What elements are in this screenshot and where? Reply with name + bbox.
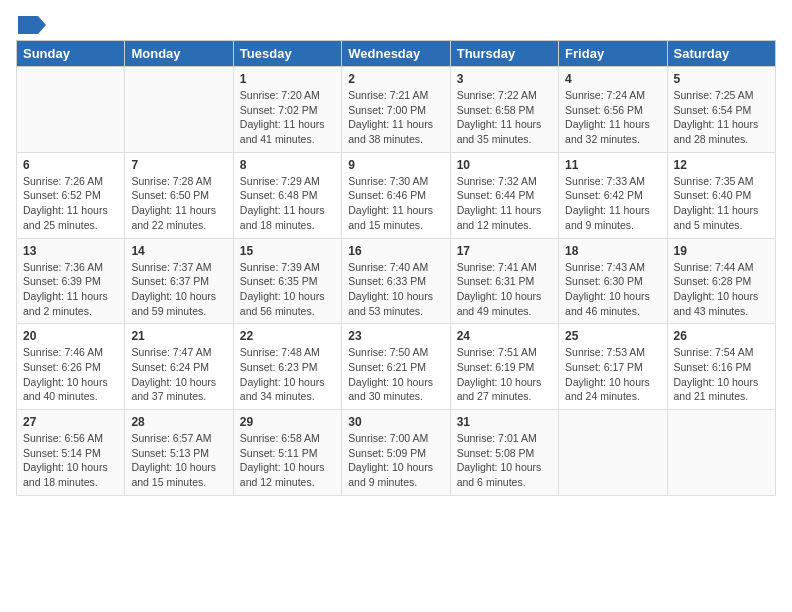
day-number: 13	[23, 244, 118, 258]
logo	[16, 16, 48, 30]
day-cell: 14Sunrise: 7:37 AM Sunset: 6:37 PM Dayli…	[125, 238, 233, 324]
day-number: 31	[457, 415, 552, 429]
svg-marker-0	[18, 16, 46, 34]
header-cell-tuesday: Tuesday	[233, 41, 341, 67]
day-cell: 2Sunrise: 7:21 AM Sunset: 7:00 PM Daylig…	[342, 67, 450, 153]
day-number: 27	[23, 415, 118, 429]
day-number: 10	[457, 158, 552, 172]
day-cell: 12Sunrise: 7:35 AM Sunset: 6:40 PM Dayli…	[667, 152, 775, 238]
page-header	[16, 16, 776, 30]
day-cell: 23Sunrise: 7:50 AM Sunset: 6:21 PM Dayli…	[342, 324, 450, 410]
day-detail: Sunrise: 7:32 AM Sunset: 6:44 PM Dayligh…	[457, 174, 552, 233]
day-cell	[667, 410, 775, 496]
day-cell: 5Sunrise: 7:25 AM Sunset: 6:54 PM Daylig…	[667, 67, 775, 153]
day-number: 25	[565, 329, 660, 343]
day-detail: Sunrise: 7:43 AM Sunset: 6:30 PM Dayligh…	[565, 260, 660, 319]
day-cell: 15Sunrise: 7:39 AM Sunset: 6:35 PM Dayli…	[233, 238, 341, 324]
day-cell: 11Sunrise: 7:33 AM Sunset: 6:42 PM Dayli…	[559, 152, 667, 238]
day-cell: 20Sunrise: 7:46 AM Sunset: 6:26 PM Dayli…	[17, 324, 125, 410]
day-number: 7	[131, 158, 226, 172]
header-cell-thursday: Thursday	[450, 41, 558, 67]
day-detail: Sunrise: 7:33 AM Sunset: 6:42 PM Dayligh…	[565, 174, 660, 233]
header-cell-saturday: Saturday	[667, 41, 775, 67]
day-cell: 7Sunrise: 7:28 AM Sunset: 6:50 PM Daylig…	[125, 152, 233, 238]
day-cell: 19Sunrise: 7:44 AM Sunset: 6:28 PM Dayli…	[667, 238, 775, 324]
day-detail: Sunrise: 7:29 AM Sunset: 6:48 PM Dayligh…	[240, 174, 335, 233]
day-number: 20	[23, 329, 118, 343]
day-detail: Sunrise: 7:20 AM Sunset: 7:02 PM Dayligh…	[240, 88, 335, 147]
day-detail: Sunrise: 7:25 AM Sunset: 6:54 PM Dayligh…	[674, 88, 769, 147]
day-detail: Sunrise: 7:22 AM Sunset: 6:58 PM Dayligh…	[457, 88, 552, 147]
day-detail: Sunrise: 7:44 AM Sunset: 6:28 PM Dayligh…	[674, 260, 769, 319]
day-cell: 25Sunrise: 7:53 AM Sunset: 6:17 PM Dayli…	[559, 324, 667, 410]
day-detail: Sunrise: 7:21 AM Sunset: 7:00 PM Dayligh…	[348, 88, 443, 147]
day-cell	[17, 67, 125, 153]
day-cell: 10Sunrise: 7:32 AM Sunset: 6:44 PM Dayli…	[450, 152, 558, 238]
day-cell: 21Sunrise: 7:47 AM Sunset: 6:24 PM Dayli…	[125, 324, 233, 410]
header-cell-friday: Friday	[559, 41, 667, 67]
day-detail: Sunrise: 6:57 AM Sunset: 5:13 PM Dayligh…	[131, 431, 226, 490]
day-cell: 27Sunrise: 6:56 AM Sunset: 5:14 PM Dayli…	[17, 410, 125, 496]
day-number: 28	[131, 415, 226, 429]
day-number: 2	[348, 72, 443, 86]
day-number: 14	[131, 244, 226, 258]
week-row-1: 1Sunrise: 7:20 AM Sunset: 7:02 PM Daylig…	[17, 67, 776, 153]
day-number: 23	[348, 329, 443, 343]
day-detail: Sunrise: 7:00 AM Sunset: 5:09 PM Dayligh…	[348, 431, 443, 490]
day-detail: Sunrise: 7:40 AM Sunset: 6:33 PM Dayligh…	[348, 260, 443, 319]
day-number: 18	[565, 244, 660, 258]
day-detail: Sunrise: 7:39 AM Sunset: 6:35 PM Dayligh…	[240, 260, 335, 319]
day-cell: 18Sunrise: 7:43 AM Sunset: 6:30 PM Dayli…	[559, 238, 667, 324]
day-detail: Sunrise: 7:37 AM Sunset: 6:37 PM Dayligh…	[131, 260, 226, 319]
day-detail: Sunrise: 7:41 AM Sunset: 6:31 PM Dayligh…	[457, 260, 552, 319]
day-number: 29	[240, 415, 335, 429]
day-detail: Sunrise: 7:01 AM Sunset: 5:08 PM Dayligh…	[457, 431, 552, 490]
day-detail: Sunrise: 7:50 AM Sunset: 6:21 PM Dayligh…	[348, 345, 443, 404]
day-cell	[125, 67, 233, 153]
logo-icon	[18, 16, 46, 34]
day-number: 26	[674, 329, 769, 343]
day-number: 5	[674, 72, 769, 86]
day-detail: Sunrise: 7:46 AM Sunset: 6:26 PM Dayligh…	[23, 345, 118, 404]
day-detail: Sunrise: 7:51 AM Sunset: 6:19 PM Dayligh…	[457, 345, 552, 404]
day-number: 19	[674, 244, 769, 258]
day-cell: 26Sunrise: 7:54 AM Sunset: 6:16 PM Dayli…	[667, 324, 775, 410]
day-cell: 1Sunrise: 7:20 AM Sunset: 7:02 PM Daylig…	[233, 67, 341, 153]
day-number: 21	[131, 329, 226, 343]
day-number: 4	[565, 72, 660, 86]
header-cell-wednesday: Wednesday	[342, 41, 450, 67]
day-cell: 24Sunrise: 7:51 AM Sunset: 6:19 PM Dayli…	[450, 324, 558, 410]
day-number: 17	[457, 244, 552, 258]
day-number: 12	[674, 158, 769, 172]
day-detail: Sunrise: 6:58 AM Sunset: 5:11 PM Dayligh…	[240, 431, 335, 490]
day-detail: Sunrise: 7:28 AM Sunset: 6:50 PM Dayligh…	[131, 174, 226, 233]
day-detail: Sunrise: 7:53 AM Sunset: 6:17 PM Dayligh…	[565, 345, 660, 404]
day-cell: 31Sunrise: 7:01 AM Sunset: 5:08 PM Dayli…	[450, 410, 558, 496]
day-number: 6	[23, 158, 118, 172]
day-detail: Sunrise: 7:35 AM Sunset: 6:40 PM Dayligh…	[674, 174, 769, 233]
day-cell: 9Sunrise: 7:30 AM Sunset: 6:46 PM Daylig…	[342, 152, 450, 238]
week-row-4: 20Sunrise: 7:46 AM Sunset: 6:26 PM Dayli…	[17, 324, 776, 410]
week-row-3: 13Sunrise: 7:36 AM Sunset: 6:39 PM Dayli…	[17, 238, 776, 324]
week-row-5: 27Sunrise: 6:56 AM Sunset: 5:14 PM Dayli…	[17, 410, 776, 496]
day-number: 9	[348, 158, 443, 172]
day-detail: Sunrise: 7:24 AM Sunset: 6:56 PM Dayligh…	[565, 88, 660, 147]
day-detail: Sunrise: 7:54 AM Sunset: 6:16 PM Dayligh…	[674, 345, 769, 404]
day-number: 24	[457, 329, 552, 343]
day-cell	[559, 410, 667, 496]
day-detail: Sunrise: 7:26 AM Sunset: 6:52 PM Dayligh…	[23, 174, 118, 233]
day-number: 1	[240, 72, 335, 86]
day-number: 16	[348, 244, 443, 258]
header-cell-monday: Monday	[125, 41, 233, 67]
calendar-table: SundayMondayTuesdayWednesdayThursdayFrid…	[16, 40, 776, 496]
day-detail: Sunrise: 7:48 AM Sunset: 6:23 PM Dayligh…	[240, 345, 335, 404]
day-number: 22	[240, 329, 335, 343]
day-detail: Sunrise: 7:47 AM Sunset: 6:24 PM Dayligh…	[131, 345, 226, 404]
day-cell: 29Sunrise: 6:58 AM Sunset: 5:11 PM Dayli…	[233, 410, 341, 496]
day-number: 11	[565, 158, 660, 172]
day-cell: 22Sunrise: 7:48 AM Sunset: 6:23 PM Dayli…	[233, 324, 341, 410]
day-number: 30	[348, 415, 443, 429]
day-cell: 4Sunrise: 7:24 AM Sunset: 6:56 PM Daylig…	[559, 67, 667, 153]
day-number: 15	[240, 244, 335, 258]
week-row-2: 6Sunrise: 7:26 AM Sunset: 6:52 PM Daylig…	[17, 152, 776, 238]
